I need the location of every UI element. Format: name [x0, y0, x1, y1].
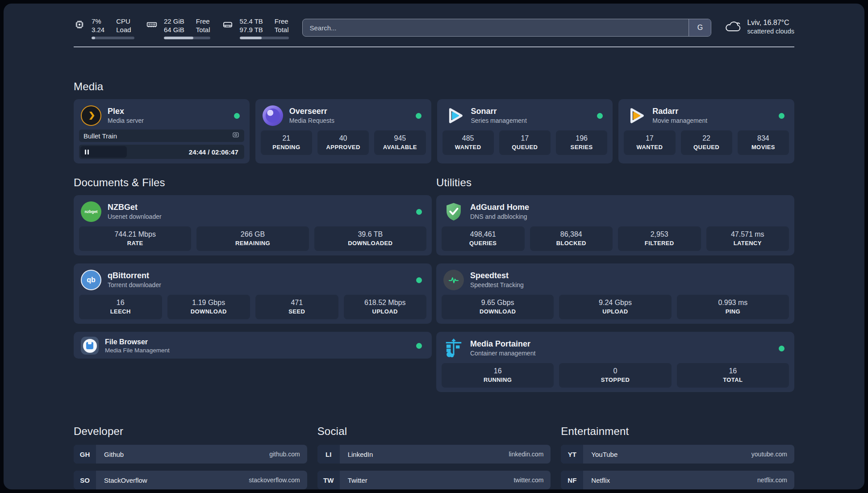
ram-total: 64 GiB — [164, 25, 184, 34]
link-abbr: YT — [561, 445, 583, 464]
stat-filtered: 2,953FILTERED — [618, 226, 701, 251]
portainer-icon — [443, 338, 464, 359]
status-dot-online — [779, 346, 785, 351]
link-abbr: LI — [317, 445, 340, 464]
stat-latency: 47.571 msLATENCY — [706, 226, 789, 251]
ram-progress-bar — [164, 37, 210, 39]
now-playing-row: Bullet Train — [79, 130, 244, 142]
app-description: Torrent downloader — [108, 281, 161, 289]
ram-total-label: Total — [196, 25, 210, 34]
app-card-plex[interactable]: Plex Media server Bullet Train 24:44 / 0… — [74, 99, 250, 163]
app-card-filebrowser[interactable]: File Browser Media File Management — [74, 332, 432, 359]
link-name: Netflix — [583, 476, 757, 484]
app-card-sonarr[interactable]: Sonarr Series management 485WANTED 17QUE… — [437, 99, 613, 163]
app-name: Sonarr — [471, 106, 527, 117]
app-card-overseerr[interactable]: Overseerr Media Requests 21PENDING 40APP… — [255, 99, 431, 163]
filebrowser-icon — [81, 337, 99, 355]
link-abbr: NF — [561, 471, 583, 489]
link-stackoverflow[interactable]: SO StackOverflow stackoverflow.com — [74, 471, 307, 489]
app-name: Speedtest — [470, 271, 524, 281]
cpu-widget: 7% 3.24 CPU Load — [74, 17, 134, 39]
link-url: linkedin.com — [509, 451, 551, 458]
stat-movies: 834MOVIES — [738, 130, 789, 155]
disk-icon — [222, 19, 234, 30]
nzbget-icon: nzbget — [81, 201, 101, 222]
app-description: Usenet downloader — [108, 213, 162, 221]
stat-available: 945AVAILABLE — [374, 130, 426, 155]
section-title-social: Social — [317, 425, 551, 438]
stat-ping: 0.993 msPING — [677, 295, 789, 319]
ram-widget: 22 GiB 64 GiB Free Total — [146, 17, 210, 39]
search-engine-button[interactable]: G — [689, 19, 711, 36]
link-name: YouTube — [583, 451, 751, 458]
link-netflix[interactable]: NF Netflix netflix.com — [561, 471, 794, 489]
developer-links: Developer GH Github github.com SO StackO… — [74, 425, 307, 489]
ram-free-label: Free — [196, 17, 210, 25]
stat-seed: 471SEED — [255, 295, 338, 319]
weather-condition: scattered clouds — [747, 27, 794, 36]
link-linkedin[interactable]: LI LinkedIn linkedin.com — [317, 445, 551, 464]
app-description: Container management — [470, 349, 535, 358]
app-name: qBittorrent — [108, 271, 161, 281]
app-description: DNS and adblocking — [470, 213, 529, 221]
link-abbr: SO — [74, 471, 96, 489]
social-links: Social LI LinkedIn linkedin.com TW Twitt… — [317, 425, 551, 489]
app-card-portainer[interactable]: Media Portainer Container management 16R… — [436, 332, 794, 392]
plex-icon — [81, 105, 101, 126]
link-url: youtube.com — [751, 451, 794, 458]
playback-time: 24:44 / 02:06:47 — [189, 148, 243, 156]
link-url: github.com — [269, 451, 307, 458]
app-card-speedtest[interactable]: Speedtest Speedtest Tracking 9.65 GbpsDO… — [436, 263, 794, 324]
app-card-radarr[interactable]: Radarr Movie management 17WANTED 22QUEUE… — [618, 99, 794, 163]
link-abbr: TW — [317, 471, 340, 489]
app-description: Media Requests — [289, 117, 334, 125]
ram-icon — [146, 19, 158, 30]
app-description: Media File Management — [105, 347, 170, 355]
app-description: Media server — [108, 117, 144, 125]
stat-series: 196SERIES — [556, 130, 607, 155]
app-name: Overseerr — [289, 106, 334, 117]
app-card-qbittorrent[interactable]: qb qBittorrent Torrent downloader 16LEEC… — [74, 263, 432, 324]
system-stats: 7% 3.24 CPU Load — [74, 17, 289, 39]
stat-wanted: 17WANTED — [624, 130, 675, 155]
now-playing-title: Bullet Train — [83, 132, 232, 140]
stat-wanted: 485WANTED — [442, 130, 494, 155]
disk-total: 97.9 TB — [240, 25, 263, 34]
stat-remaining: 266 GBREMAINING — [196, 226, 309, 251]
cpu-load: 3.24 — [92, 25, 104, 34]
documents-column: Documents & Files nzbget NZBGet Usenet d… — [74, 176, 432, 400]
link-twitter[interactable]: TW Twitter twitter.com — [317, 471, 551, 489]
app-card-nzbget[interactable]: nzbget NZBGet Usenet downloader 744.21 M… — [74, 195, 432, 255]
link-url: netflix.com — [757, 476, 794, 484]
search-input[interactable] — [303, 19, 689, 36]
section-title-entertainment: Entertainment — [561, 425, 794, 438]
link-abbr: GH — [74, 445, 96, 464]
disk-total-label: Total — [275, 25, 289, 34]
player-row: 24:44 / 02:06:47 — [79, 145, 244, 159]
pause-button[interactable] — [80, 146, 127, 158]
speedtest-icon — [443, 270, 464, 290]
link-youtube[interactable]: YT YouTube youtube.com — [561, 445, 794, 464]
cpu-load-label: Load — [116, 25, 131, 34]
weather-widget: Lviv, 16.87°C scattered clouds — [724, 18, 794, 36]
header-divider — [74, 46, 794, 47]
link-url: stackoverflow.com — [249, 476, 307, 484]
radarr-icon — [626, 105, 646, 126]
section-title-media: Media — [74, 80, 794, 93]
stat-blocked: 86,384BLOCKED — [530, 226, 613, 251]
app-card-adguard[interactable]: AdGuard Home DNS and adblocking 498,461Q… — [436, 195, 794, 255]
status-dot-online — [416, 209, 422, 215]
section-title-documents: Documents & Files — [74, 176, 432, 189]
cpu-progress-bar — [92, 37, 134, 39]
disk-widget: 52.4 TB 97.9 TB Free Total — [222, 17, 289, 39]
overseerr-icon — [263, 105, 283, 126]
adguard-icon — [443, 201, 464, 222]
stat-queued: 22QUEUED — [681, 130, 732, 155]
app-name: Media Portainer — [470, 339, 535, 349]
section-title-developer: Developer — [74, 425, 307, 438]
sonarr-icon — [444, 105, 465, 126]
stat-queued: 17QUEUED — [499, 130, 551, 155]
link-name: Github — [96, 451, 269, 458]
stat-approved: 40APPROVED — [317, 130, 369, 155]
link-github[interactable]: GH Github github.com — [74, 445, 307, 464]
